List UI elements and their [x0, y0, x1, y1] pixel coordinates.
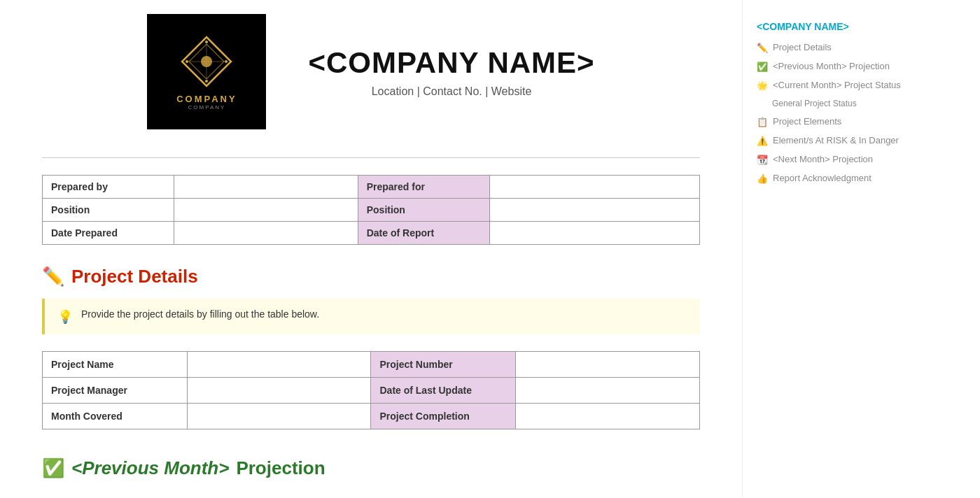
- sidebar: <COMPANY NAME> ✏️ Project Details ✅ <Pre…: [742, 0, 938, 498]
- sidebar-label-acknowledgment: Report Acknowledgment: [773, 173, 872, 185]
- date-prepared-value[interactable]: [174, 222, 358, 245]
- month-covered-value[interactable]: [187, 404, 371, 429]
- date-of-report-value[interactable]: [489, 222, 700, 245]
- position-left-value[interactable]: [174, 199, 358, 222]
- company-title-area: <COMPANY NAME> Location | Contact No. | …: [308, 46, 594, 98]
- project-name-label: Project Name: [43, 352, 188, 378]
- date-last-update-value[interactable]: [516, 378, 700, 404]
- svg-point-7: [186, 60, 188, 63]
- previous-month-icon: ✅: [42, 457, 64, 479]
- prepared-for-label: Prepared for: [358, 176, 489, 199]
- project-details-table: Project Name Project Number Project Mana…: [42, 351, 700, 429]
- project-details-icon: ✏️: [42, 266, 64, 287]
- sidebar-label-risk: Element/s At RISK & In Danger: [773, 135, 899, 147]
- project-details-title: Project Details: [71, 266, 198, 287]
- previous-month-italic: <Previous Month>: [71, 457, 229, 479]
- sidebar-label-current-month: <Current Month> Project Status: [773, 80, 901, 92]
- logo-text: COMPANY: [176, 94, 237, 104]
- clipboard-icon: 📋: [757, 117, 768, 127]
- sidebar-nav: ✏️ Project Details ✅ <Previous Month> Pr…: [757, 42, 924, 185]
- svg-point-6: [205, 80, 208, 83]
- prepared-by-value[interactable]: [174, 176, 358, 199]
- header-section: COMPANY company <COMPANY NAME> Location …: [42, 14, 700, 143]
- callout-text: Provide the project details by filling o…: [81, 308, 319, 320]
- header-divider: [42, 157, 700, 158]
- calendar-icon: 📆: [757, 155, 768, 165]
- thumbsup-icon: 👍: [757, 173, 768, 184]
- sidebar-label-general-status: General Project Status: [772, 99, 857, 110]
- sidebar-item-next-month[interactable]: 📆 <Next Month> Projection: [757, 154, 924, 166]
- sidebar-label-project-details: Project Details: [773, 42, 832, 54]
- callout-icon: 💡: [57, 309, 73, 325]
- sidebar-label-next-month: <Next Month> Projection: [773, 154, 873, 166]
- checkmark-icon: ✅: [757, 62, 768, 72]
- sidebar-item-prev-month[interactable]: ✅ <Previous Month> Projection: [757, 61, 924, 73]
- prepared-by-label: Prepared by: [43, 176, 174, 199]
- prepared-for-value[interactable]: [489, 176, 700, 199]
- sidebar-label-project-elements: Project Elements: [773, 116, 841, 128]
- header-info-table: Prepared by Prepared for Position Positi…: [42, 175, 700, 245]
- svg-point-5: [205, 41, 208, 43]
- date-of-report-label: Date of Report: [358, 222, 489, 245]
- position-left-label: Position: [43, 199, 174, 222]
- sidebar-item-acknowledgment[interactable]: 👍 Report Acknowledgment: [757, 173, 924, 185]
- month-covered-label: Month Covered: [43, 404, 188, 429]
- pencil-icon: ✏️: [757, 43, 768, 53]
- position-right-label: Position: [358, 199, 489, 222]
- sidebar-item-project-elements[interactable]: 📋 Project Elements: [757, 116, 924, 128]
- date-prepared-label: Date Prepared: [43, 222, 174, 245]
- star-icon: 🌟: [757, 80, 768, 91]
- previous-month-post: Projection: [236, 457, 325, 479]
- previous-month-heading: ✅ <Previous Month> Projection: [42, 457, 700, 479]
- date-last-update-label: Date of Last Update: [371, 378, 516, 404]
- sidebar-item-current-month[interactable]: 🌟 <Current Month> Project Status: [757, 80, 924, 92]
- logo-subtext: company: [188, 104, 225, 111]
- previous-month-section: ✅ <Previous Month> Projection: [42, 457, 700, 479]
- svg-point-8: [225, 60, 227, 63]
- project-number-label: Project Number: [371, 352, 516, 378]
- main-content: COMPANY company <COMPANY NAME> Location …: [0, 0, 742, 498]
- project-completion-value[interactable]: [516, 404, 700, 429]
- project-manager-label: Project Manager: [43, 378, 188, 404]
- sidebar-label-prev-month: <Previous Month> Projection: [773, 61, 890, 73]
- project-details-heading: ✏️ Project Details: [42, 266, 700, 287]
- warning-icon: ⚠️: [757, 136, 768, 146]
- project-completion-label: Project Completion: [371, 404, 516, 429]
- position-right-value[interactable]: [489, 199, 700, 222]
- project-number-value[interactable]: [516, 352, 700, 378]
- sidebar-item-project-details[interactable]: ✏️ Project Details: [757, 42, 924, 54]
- logo-diamond: [178, 34, 234, 90]
- project-details-callout: 💡 Provide the project details by filling…: [42, 299, 700, 334]
- sidebar-company-link[interactable]: <COMPANY NAME>: [757, 21, 924, 32]
- company-logo: COMPANY company: [147, 14, 266, 129]
- project-manager-value[interactable]: [187, 378, 371, 404]
- company-name: <COMPANY NAME>: [308, 46, 594, 80]
- company-subtitle: Location | Contact No. | Website: [308, 85, 594, 98]
- sidebar-item-general-status[interactable]: General Project Status: [757, 99, 924, 110]
- project-name-value[interactable]: [187, 352, 371, 378]
- sidebar-item-risk[interactable]: ⚠️ Element/s At RISK & In Danger: [757, 135, 924, 147]
